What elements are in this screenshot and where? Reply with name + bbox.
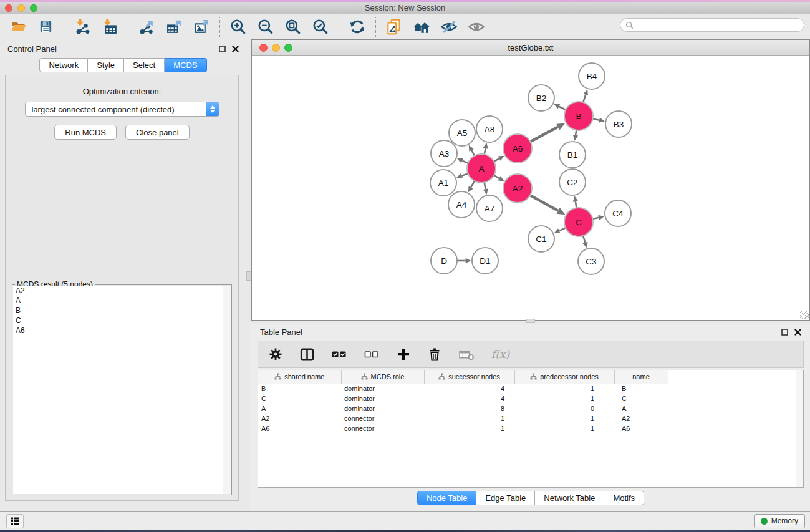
table-cell[interactable]: C bbox=[258, 394, 341, 404]
graph-edge-A-A2[interactable] bbox=[494, 175, 504, 181]
tab-network-table[interactable]: Network Table bbox=[535, 491, 604, 505]
table-cell[interactable]: dominator bbox=[341, 384, 424, 394]
table-cell[interactable]: C bbox=[614, 394, 668, 404]
task-history-button[interactable] bbox=[6, 514, 24, 528]
float-panel-icon[interactable] bbox=[781, 329, 788, 336]
graph-node-A2[interactable]: A2 bbox=[503, 174, 532, 203]
table-cell[interactable]: 0 bbox=[514, 404, 614, 414]
result-list-scrollbar[interactable] bbox=[223, 286, 231, 494]
table-cell[interactable]: dominator bbox=[341, 404, 424, 414]
graph-node-A7[interactable]: A7 bbox=[476, 195, 503, 221]
table-row[interactable]: A2connector11A2 bbox=[258, 414, 668, 423]
tab-node-table[interactable]: Node Table bbox=[417, 491, 477, 505]
zoom-selected-icon[interactable] bbox=[310, 16, 331, 37]
memory-button[interactable]: Memory bbox=[754, 514, 805, 528]
graph-node-A[interactable]: A bbox=[467, 154, 496, 183]
unselect-all-columns-icon[interactable] bbox=[364, 346, 380, 362]
result-item[interactable]: A6 bbox=[13, 326, 231, 336]
graph-node-D1[interactable]: D1 bbox=[472, 248, 498, 274]
graph-node-A8[interactable]: A8 bbox=[476, 116, 503, 142]
table-header-row[interactable]: shared nameMCDS rolesuccessor nodesprede… bbox=[258, 370, 668, 384]
graph-edge-C-C1[interactable] bbox=[554, 228, 566, 233]
graph-node-C4[interactable]: C4 bbox=[605, 200, 631, 226]
title-bar[interactable]: Session: New Session bbox=[0, 2, 810, 14]
table-settings-gear-icon[interactable] bbox=[268, 347, 283, 362]
graph-edge-C-C3[interactable] bbox=[582, 236, 587, 248]
table-cell[interactable]: 4 bbox=[424, 384, 514, 394]
graph-node-C[interactable]: C bbox=[564, 208, 593, 236]
graph-edge-B-B4[interactable] bbox=[583, 89, 588, 102]
table-cell[interactable]: B bbox=[258, 384, 341, 394]
table-row[interactable]: Adominator80A bbox=[258, 404, 668, 414]
close-panel-button[interactable]: Close panel bbox=[125, 125, 190, 140]
table-cell[interactable]: 1 bbox=[514, 414, 614, 423]
graph-node-B4[interactable]: B4 bbox=[579, 63, 605, 89]
table-cell[interactable]: 1 bbox=[514, 384, 614, 394]
graph-node-B2[interactable]: B2 bbox=[528, 85, 554, 111]
open-session-icon[interactable] bbox=[7, 16, 29, 37]
table-cell[interactable]: A2 bbox=[614, 414, 668, 423]
table-cell[interactable]: 1 bbox=[424, 414, 514, 423]
table-row[interactable]: Cdominator41C bbox=[258, 394, 668, 404]
table-cell[interactable]: 1 bbox=[514, 423, 614, 433]
optimization-criterion-select[interactable]: largest connected component (directed) bbox=[25, 102, 219, 117]
graph-edge-B-B3[interactable] bbox=[593, 118, 605, 123]
tab-mcds[interactable]: MCDS bbox=[165, 58, 206, 72]
graph-edge-A2-C[interactable] bbox=[530, 195, 565, 215]
function-builder-icon[interactable]: f(x) bbox=[491, 348, 509, 360]
float-panel-icon[interactable] bbox=[219, 46, 226, 52]
show-columns-icon[interactable] bbox=[299, 347, 315, 362]
search-input[interactable] bbox=[637, 21, 799, 29]
tab-motifs[interactable]: Motifs bbox=[604, 491, 644, 505]
mcds-result-list[interactable]: A2ABCA6 bbox=[13, 286, 231, 494]
run-mcds-button[interactable]: Run MCDS bbox=[54, 125, 117, 140]
hide-selected-icon[interactable] bbox=[438, 16, 460, 37]
result-item[interactable]: A2 bbox=[13, 286, 231, 296]
export-table-icon[interactable] bbox=[163, 16, 185, 37]
result-item[interactable]: B bbox=[13, 306, 231, 316]
graph-node-C2[interactable]: C2 bbox=[559, 169, 586, 195]
graph-edge-B-B2[interactable] bbox=[554, 104, 566, 110]
resize-grip[interactable] bbox=[800, 311, 809, 319]
table-cell[interactable]: A6 bbox=[614, 423, 668, 433]
table-scrollbar[interactable] bbox=[796, 370, 803, 487]
node-table[interactable]: shared nameMCDS rolesuccessor nodesprede… bbox=[258, 370, 804, 488]
table-cell[interactable]: A2 bbox=[258, 414, 341, 423]
table-cell[interactable]: A bbox=[258, 404, 341, 414]
table-cell[interactable]: A6 bbox=[258, 423, 341, 433]
graph-edge-A-A1[interactable] bbox=[456, 173, 468, 178]
vertical-splitter[interactable] bbox=[246, 39, 251, 511]
close-panel-icon[interactable] bbox=[232, 46, 239, 52]
zoom-fit-icon[interactable] bbox=[282, 16, 304, 37]
graph-edge-A-A8[interactable] bbox=[483, 143, 488, 154]
splitter-handle[interactable] bbox=[246, 271, 251, 281]
refresh-layout-icon[interactable] bbox=[347, 16, 368, 37]
graph-node-A1[interactable]: A1 bbox=[430, 170, 456, 196]
table-row[interactable]: A6connector11A6 bbox=[258, 423, 668, 433]
table-cell[interactable]: dominator bbox=[341, 394, 424, 404]
graph-node-A4[interactable]: A4 bbox=[448, 191, 475, 218]
graph-node-B[interactable]: B bbox=[564, 102, 593, 130]
graph-node-A3[interactable]: A3 bbox=[431, 140, 457, 167]
tab-edge-table[interactable]: Edge Table bbox=[476, 491, 535, 505]
column-header[interactable]: successor nodes bbox=[424, 370, 514, 384]
graph-edge-C-C2[interactable] bbox=[573, 196, 578, 208]
table-cell[interactable]: 1 bbox=[424, 423, 514, 433]
network-window-titlebar[interactable]: testGlobe.txt bbox=[252, 40, 809, 56]
graph-node-B1[interactable]: B1 bbox=[559, 142, 586, 168]
first-neighbors-icon[interactable] bbox=[411, 16, 432, 37]
graph-node-A6[interactable]: A6 bbox=[503, 134, 532, 163]
result-item[interactable]: C bbox=[13, 316, 231, 326]
zoom-in-icon[interactable] bbox=[228, 16, 249, 37]
splitter-handle[interactable] bbox=[526, 319, 535, 323]
table-cell[interactable]: connector bbox=[341, 423, 424, 433]
column-header[interactable]: MCDS role bbox=[341, 370, 424, 384]
save-session-icon[interactable] bbox=[35, 16, 56, 37]
table-cell[interactable]: 4 bbox=[424, 394, 514, 404]
graph-node-C1[interactable]: C1 bbox=[528, 226, 554, 252]
table-row[interactable]: Bdominator41B bbox=[258, 384, 668, 394]
graph-edge-D-D1[interactable] bbox=[457, 258, 471, 263]
delete-table-icon[interactable] bbox=[458, 346, 475, 363]
graph-edge-A-A5[interactable] bbox=[469, 145, 475, 156]
close-panel-icon[interactable] bbox=[794, 329, 801, 336]
